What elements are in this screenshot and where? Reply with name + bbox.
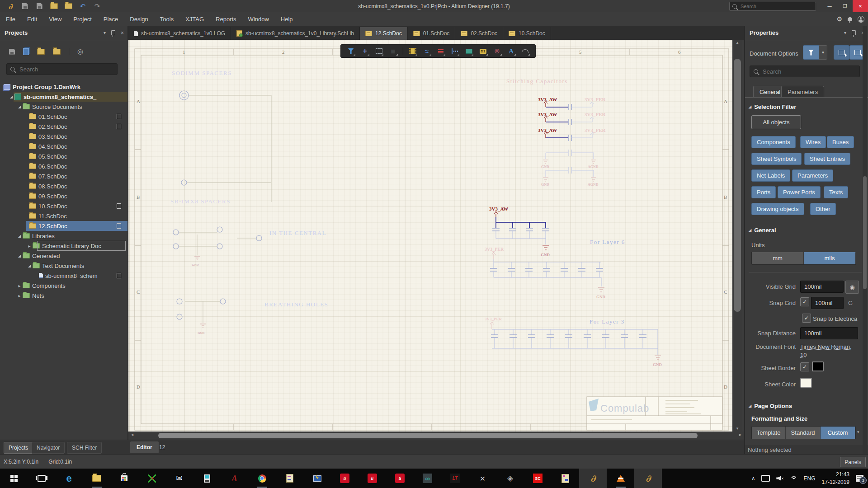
tree-item-libraries[interactable]: Libraries bbox=[0, 231, 127, 241]
filter-components-button[interactable]: Components bbox=[751, 136, 796, 148]
notification-center-icon[interactable]: 3 bbox=[856, 475, 863, 482]
global-search-box[interactable] bbox=[729, 2, 816, 11]
mode-dropdown-icon[interactable]: ▾ bbox=[857, 430, 859, 434]
place-part-button[interactable] bbox=[408, 46, 417, 56]
task-view-button[interactable] bbox=[28, 469, 55, 488]
scroll-up-icon[interactable]: ▲ bbox=[732, 41, 742, 45]
infinity-tool-button[interactable]: ∞ bbox=[414, 469, 441, 488]
scroll-right-icon[interactable]: ► bbox=[738, 432, 742, 437]
tree-item-02-schdoc[interactable]: 02.SchDoc bbox=[0, 122, 127, 131]
tree-item-08-schdoc[interactable]: 08.SchDoc bbox=[0, 181, 127, 191]
vertical-scroll-thumb[interactable] bbox=[734, 59, 741, 312]
place-text-button[interactable]: A bbox=[507, 46, 516, 56]
scilab-button[interactable]: SC bbox=[524, 469, 552, 488]
menu-window[interactable]: Window bbox=[242, 12, 275, 26]
selection-filter-header[interactable]: Selection Filter bbox=[749, 103, 796, 110]
place-arc-button[interactable] bbox=[521, 46, 530, 56]
properties-scroll-thumb[interactable] bbox=[863, 176, 867, 289]
altium-instance-2-button[interactable]: ∂ bbox=[634, 469, 662, 488]
volume-muted-icon[interactable]: × bbox=[776, 476, 783, 481]
ti-tool-2-button[interactable]: ti bbox=[359, 469, 386, 488]
panels-button[interactable]: Panels bbox=[840, 457, 866, 467]
mode-custom-button[interactable]: Custom bbox=[821, 427, 855, 439]
menu-tools[interactable]: Tools bbox=[154, 12, 179, 26]
doc-tab-01-schdoc[interactable]: 01.SchDoc bbox=[408, 27, 456, 40]
global-search-input[interactable] bbox=[740, 3, 800, 9]
tree-item-project-group[interactable]: Project Group 1.DsnWrk bbox=[0, 82, 127, 92]
ti-tool-3-button[interactable]: ti bbox=[386, 469, 414, 488]
menu-xjtag[interactable]: XJTAG bbox=[179, 12, 210, 26]
network-icon[interactable] bbox=[790, 476, 797, 481]
viewer-button[interactable]: A bbox=[221, 469, 248, 488]
edge-button[interactable]: e bbox=[55, 469, 83, 488]
sheet-number-tab[interactable]: 12 bbox=[159, 441, 165, 453]
annotate-button[interactable]: D1 bbox=[478, 46, 487, 56]
panel-tab-navigator[interactable]: Navigator bbox=[32, 442, 65, 454]
tree-item-09-schdoc[interactable]: 09.SchDoc bbox=[0, 191, 127, 201]
filter-net-labels-button[interactable]: Net Labels bbox=[751, 169, 790, 182]
visible-grid-eye-button[interactable] bbox=[845, 281, 859, 294]
selection-tool-button[interactable] bbox=[374, 46, 383, 56]
projects-search-box[interactable] bbox=[6, 63, 118, 75]
panel-tab-projects[interactable]: Projects bbox=[4, 442, 33, 454]
tree-item-source-documents[interactable]: Source Documents bbox=[0, 102, 127, 112]
tree-item-12-schdoc-selected[interactable]: 12.SchDoc bbox=[0, 221, 127, 231]
notifications-bell-icon[interactable] bbox=[848, 17, 852, 21]
kicad-button[interactable] bbox=[552, 469, 579, 488]
menu-project[interactable]: Project bbox=[67, 12, 97, 26]
tree-item-04-schdoc[interactable]: 04.SchDoc bbox=[0, 141, 127, 151]
eda-tool-button[interactable] bbox=[138, 469, 165, 488]
open-button[interactable] bbox=[50, 2, 58, 10]
tree-item-03-schdoc[interactable]: 03.SchDoc bbox=[0, 131, 127, 141]
tree-item-07-schdoc[interactable]: 07.SchDoc bbox=[0, 171, 127, 181]
filter-other-button[interactable]: Other bbox=[810, 203, 836, 215]
units-mm-button[interactable]: mm bbox=[752, 252, 804, 264]
canvas-horizontal-scrollbar[interactable]: ◄ ► bbox=[128, 432, 744, 440]
sheet-color-swatch[interactable] bbox=[800, 378, 812, 388]
properties-scrollbar[interactable] bbox=[863, 26, 867, 454]
units-mils-button[interactable]: mils bbox=[804, 252, 856, 264]
place-power-port-button[interactable] bbox=[436, 46, 445, 56]
ltspice-button[interactable]: LT bbox=[441, 469, 469, 488]
menu-edit[interactable]: Edit bbox=[21, 12, 43, 26]
save-project-button[interactable] bbox=[9, 49, 15, 55]
filter-parameters-button[interactable]: Parameters bbox=[792, 169, 833, 182]
doc-tab-10-schdoc[interactable]: 10.SchDoc bbox=[503, 27, 551, 40]
tree-item-10-schdoc[interactable]: 10.SchDoc bbox=[0, 201, 127, 211]
filter-button[interactable] bbox=[803, 45, 819, 60]
pcb-tool-button[interactable] bbox=[193, 469, 221, 488]
store-button[interactable] bbox=[110, 469, 138, 488]
user-account-icon[interactable] bbox=[858, 16, 864, 23]
doc-tab-log[interactable]: sb-ucmimx8_schematics_1v0.LOG bbox=[128, 27, 231, 40]
expand-icon[interactable] bbox=[16, 105, 23, 109]
canvas-vertical-scrollbar[interactable]: ▲ ▼ bbox=[732, 40, 742, 432]
place-no-erc-button[interactable]: ⊗ bbox=[493, 46, 502, 56]
settings-gear-icon[interactable]: ⚙ bbox=[836, 15, 842, 23]
tree-item-schematic-library-doc[interactable]: Schematic Library Doc bbox=[0, 241, 127, 251]
xjtag-tool-button[interactable]: × bbox=[469, 469, 496, 488]
minimize-button[interactable]: ─ bbox=[822, 0, 837, 12]
expand-icon[interactable] bbox=[16, 234, 23, 238]
collapse-icon[interactable] bbox=[26, 244, 33, 249]
scroll-down-icon[interactable]: ▼ bbox=[732, 427, 742, 431]
all-objects-button[interactable]: All objects bbox=[751, 115, 801, 129]
panel-close-icon[interactable]: × bbox=[121, 30, 124, 36]
tree-item-nets[interactable]: Nets bbox=[0, 291, 127, 300]
clock[interactable]: 21:43 17-12-2019 bbox=[822, 471, 849, 485]
explore-folder-button[interactable] bbox=[53, 49, 61, 55]
panel-dropdown-icon[interactable]: ▾ bbox=[104, 30, 106, 35]
page-options-header[interactable]: Page Options bbox=[749, 403, 792, 409]
doc-tab-12-schdoc-active[interactable]: 12.SchDoc bbox=[360, 27, 408, 40]
tree-item-01-schdoc[interactable]: 01.SchDoc bbox=[0, 112, 127, 122]
filter-drawing-objects-button[interactable]: Drawing objects bbox=[751, 203, 804, 215]
sheet-border-checkbox[interactable] bbox=[800, 362, 809, 371]
snap-grid-checkbox[interactable] bbox=[800, 297, 809, 306]
visible-grid-input[interactable] bbox=[800, 281, 844, 293]
snap-distance-input[interactable] bbox=[800, 327, 858, 339]
panel-dropdown-icon[interactable]: ▾ bbox=[844, 30, 846, 35]
altium-instance-1-button[interactable]: ∂ bbox=[579, 469, 607, 488]
menu-design[interactable]: Design bbox=[124, 12, 154, 26]
filter-wires-button[interactable]: Wires bbox=[800, 136, 826, 148]
filter-power-ports-button[interactable]: Power Ports bbox=[778, 186, 821, 198]
tree-item-05-schdoc[interactable]: 05.SchDoc bbox=[0, 151, 127, 161]
